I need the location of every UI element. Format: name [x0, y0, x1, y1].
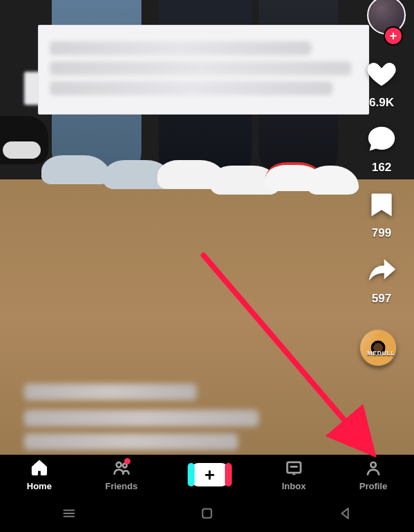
bookmark-count: 799	[372, 226, 391, 240]
tab-profile[interactable]: Profile	[359, 459, 387, 491]
sound-disc[interactable]: MEDULLA	[360, 330, 396, 366]
redacted-username	[24, 384, 197, 400]
share-button[interactable]: 597	[357, 255, 406, 306]
comment-count: 162	[372, 161, 391, 175]
like-count: 6.9K	[369, 96, 394, 110]
action-rail: 6.9K 162 799 597 MEDULLA	[357, 0, 406, 455]
comment-button[interactable]: 162	[357, 124, 406, 175]
redacted-description	[24, 410, 259, 426]
nav-back[interactable]	[337, 506, 353, 521]
tab-home-label: Home	[27, 481, 52, 491]
share-icon	[366, 255, 397, 288]
tab-profile-label: Profile	[359, 481, 387, 491]
tab-friends-label: Friends	[105, 481, 137, 491]
heart-icon	[366, 59, 397, 92]
like-button[interactable]: 6.9K	[357, 59, 406, 110]
svg-point-6	[371, 462, 375, 466]
bottom-tab-bar: Home Friends + Inbox Profile	[0, 455, 414, 495]
video-content[interactable]	[0, 0, 414, 455]
tiktok-feed-screen: + 6.9K 162 799 597 MEDULLA	[0, 0, 414, 532]
tab-home[interactable]: Home	[27, 459, 52, 491]
nav-recent[interactable]	[61, 506, 77, 521]
create-button[interactable]: +	[191, 463, 228, 486]
sound-label: MEDULLA	[367, 350, 389, 357]
tab-create[interactable]: +	[191, 463, 228, 486]
svg-rect-10	[203, 509, 212, 518]
bookmark-button[interactable]: 799	[357, 190, 406, 240]
share-count: 597	[372, 292, 391, 306]
tab-friends[interactable]: Friends	[105, 459, 137, 491]
redacted-sound-ticker	[24, 433, 238, 450]
notification-dot	[124, 458, 130, 464]
comment-icon	[366, 124, 397, 157]
tab-inbox[interactable]: Inbox	[282, 459, 306, 491]
profile-icon	[364, 459, 383, 479]
nav-home[interactable]	[199, 506, 215, 521]
plus-icon: +	[191, 463, 228, 486]
svg-point-3	[117, 462, 121, 467]
android-nav-bar	[0, 495, 414, 532]
home-icon	[30, 459, 49, 479]
svg-point-1	[380, 137, 384, 140]
tab-inbox-label: Inbox	[282, 481, 306, 491]
redacted-caption-card	[38, 25, 369, 115]
svg-point-0	[375, 137, 378, 140]
bookmark-icon	[366, 190, 397, 223]
svg-point-2	[385, 137, 388, 140]
inbox-icon	[284, 459, 304, 479]
